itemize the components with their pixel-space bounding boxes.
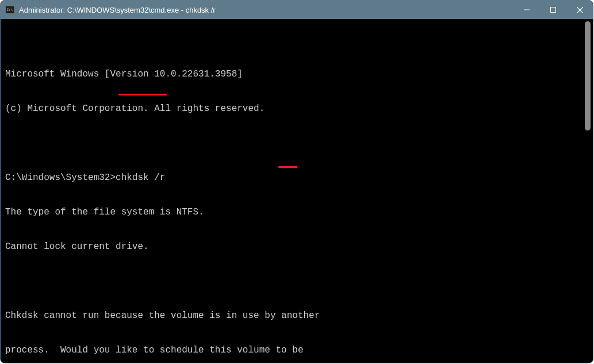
titlebar[interactable]: C:\ Administrator: C:\WINDOWS\system32\c… [1,1,593,19]
prompt-line: C:\Windows\System32>chkdsk /r [5,172,588,183]
annotation-underline-command [118,94,167,95]
prompt-prefix: C:\Windows\System32> [5,173,116,183]
output-line: Chkdsk cannot run because the volume is … [5,310,588,321]
terminal-output[interactable]: Microsoft Windows [Version 10.0.22631.39… [1,19,593,363]
output-blank [5,137,588,149]
window-title: Administrator: C:\WINDOWS\system32\cmd.e… [19,6,216,14]
entered-command: chkdsk /r [116,173,165,183]
maximize-button[interactable] [540,1,566,19]
output-blank [5,275,588,287]
vertical-scrollbar-thumb[interactable] [585,21,591,131]
output-line: Cannot lock current drive. [5,241,588,252]
cmd-window: C:\ Administrator: C:\WINDOWS\system32\c… [0,0,593,363]
cmd-icon: C:\ [5,5,14,14]
annotation-underline-response [278,166,297,168]
svg-rect-3 [551,7,556,13]
output-line: Microsoft Windows [Version 10.0.22631.39… [5,68,588,80]
minimize-button[interactable] [513,1,540,19]
output-line: (c) Microsoft Corporation. All rights re… [5,103,588,114]
svg-text:C:\: C:\ [7,7,13,12]
close-button[interactable] [566,1,593,19]
output-line: The type of the file system is NTFS. [5,206,588,218]
window-controls [513,1,593,19]
output-line: process. Would you like to schedule this… [5,344,588,356]
